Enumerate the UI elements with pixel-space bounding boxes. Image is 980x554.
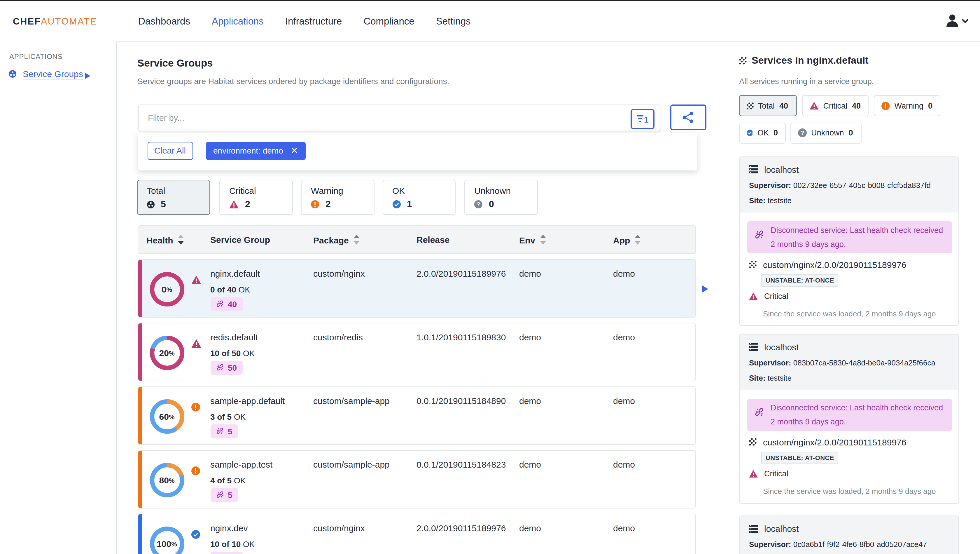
svg-text:?: ? xyxy=(477,201,480,208)
svg-text:?: ? xyxy=(800,129,804,136)
svg-text:1: 1 xyxy=(644,115,648,124)
